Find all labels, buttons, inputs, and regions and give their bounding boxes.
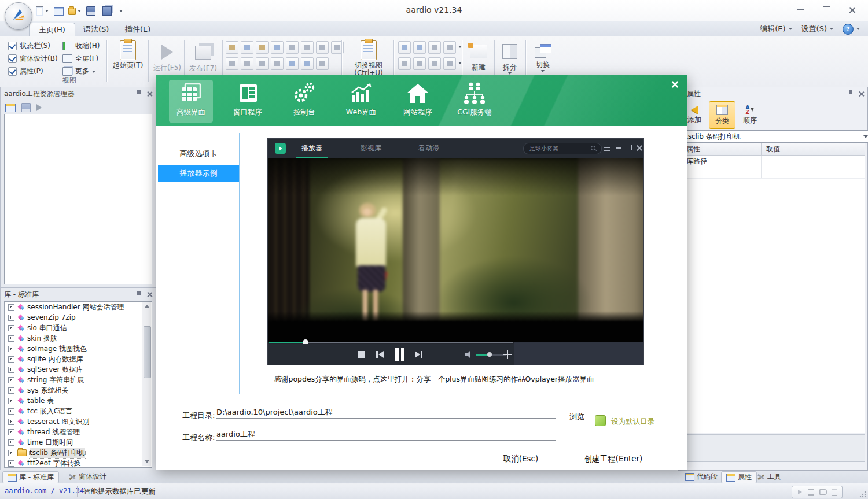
properties-checkbox-row[interactable]: 属性(P) xyxy=(8,66,43,76)
paste-icon[interactable] xyxy=(256,41,269,54)
category-website-app[interactable]: 网站程序 xyxy=(396,80,440,123)
close-button[interactable] xyxy=(839,2,865,17)
list-item[interactable]: sqlite 内存数据库 xyxy=(5,354,152,364)
player-tab-anime[interactable]: 看动漫 xyxy=(413,139,445,158)
dock-tab-tools[interactable]: 工具 xyxy=(752,471,786,482)
pin-icon[interactable] xyxy=(428,57,441,70)
close-icon[interactable] xyxy=(858,91,864,97)
pin-icon[interactable] xyxy=(136,90,142,97)
align-left-icon[interactable] xyxy=(316,41,329,54)
default-dir-checkbox[interactable] xyxy=(595,415,606,426)
docs-icon[interactable] xyxy=(818,487,828,497)
app-logo-icon[interactable] xyxy=(5,2,32,30)
category-web-ui[interactable]: Web界面 xyxy=(339,80,383,123)
expand-icon[interactable] xyxy=(8,377,14,383)
list-item[interactable]: skin 换肤 xyxy=(5,333,152,343)
column-header-property[interactable]: 属性 xyxy=(682,143,762,155)
list-item[interactable]: string 字符串扩展 xyxy=(5,375,152,385)
player-minimize-button[interactable] xyxy=(616,145,624,152)
close-icon[interactable] xyxy=(146,291,152,297)
list-item-selected[interactable]: tsclib 条码打印机 xyxy=(5,448,152,458)
scrollbar[interactable] xyxy=(142,302,151,466)
new-window-icon[interactable] xyxy=(413,41,426,54)
stop-button[interactable] xyxy=(358,351,365,358)
sort-order-button[interactable]: AZ 顺序 xyxy=(737,101,763,129)
expand-icon[interactable] xyxy=(8,315,14,321)
expand-icon[interactable] xyxy=(8,439,14,446)
category-window-app[interactable]: 窗口程序 xyxy=(226,80,270,123)
form-design-checkbox-row[interactable]: 窗体设计(B) xyxy=(8,54,58,64)
fullscreen-icon[interactable] xyxy=(503,350,512,359)
search-icon[interactable] xyxy=(591,146,597,151)
pause-button[interactable] xyxy=(394,348,406,361)
previous-button[interactable] xyxy=(376,350,385,359)
paste-special-icon[interactable] xyxy=(271,41,284,54)
categorize-button[interactable]: 分类 xyxy=(709,101,735,129)
list-item[interactable]: soImage 找图找色 xyxy=(5,343,152,354)
expand-icon[interactable] xyxy=(8,346,14,352)
new-window-button[interactable]: 新建 xyxy=(465,40,492,71)
run-icon[interactable] xyxy=(36,104,42,111)
list-item[interactable]: sys 系统相关 xyxy=(5,385,152,395)
expand-icon[interactable] xyxy=(8,408,14,415)
aardio-link[interactable]: aardio.com / v21.34 xyxy=(5,487,84,495)
undo-icon[interactable] xyxy=(286,57,299,70)
goto-icon[interactable] xyxy=(795,487,805,497)
pin-icon[interactable] xyxy=(136,291,142,298)
cancel-comment-icon[interactable] xyxy=(271,57,284,70)
close-icon[interactable] xyxy=(670,80,679,89)
expand-icon[interactable] xyxy=(8,335,14,342)
expand-icon[interactable] xyxy=(8,450,14,456)
list-item[interactable]: sio 串口通信 xyxy=(5,323,152,333)
collapse-button[interactable]: 收缩(H) xyxy=(62,41,100,51)
maximize-button[interactable] xyxy=(814,2,839,17)
switch-view-button[interactable]: 切换视图(Ctrl+U) xyxy=(346,38,391,77)
cancel-button[interactable]: 取消(Esc) xyxy=(486,454,556,464)
tab-plugins[interactable]: 插件(E) xyxy=(116,23,160,36)
fullscreen-button[interactable]: 全屏(F) xyxy=(62,54,98,64)
player-search-input[interactable] xyxy=(528,145,577,153)
tab-home[interactable]: 主页(H) xyxy=(29,23,75,37)
nav-advanced-tab[interactable]: 高级选项卡 xyxy=(158,146,239,162)
tab-syntax[interactable]: 语法(S) xyxy=(74,23,118,36)
list-item[interactable]: thread 线程管理 xyxy=(5,427,152,437)
nav-player-example[interactable]: 播放器示例 xyxy=(158,165,239,182)
comment-icon[interactable] xyxy=(241,57,253,70)
find-icon[interactable] xyxy=(316,57,329,70)
expand-icon[interactable] xyxy=(8,367,14,373)
run-window-icon[interactable] xyxy=(398,41,411,54)
checkbox-checked-icon[interactable] xyxy=(8,67,17,76)
video-frame[interactable] xyxy=(268,158,643,342)
volume-handle[interactable] xyxy=(487,352,492,357)
start-page-button[interactable]: 起始页(T) xyxy=(109,38,147,69)
dock-tab-form-design[interactable]: 窗体设计 xyxy=(64,471,111,482)
property-row[interactable]: 库路径 xyxy=(682,156,865,167)
project-name-input[interactable] xyxy=(216,430,556,441)
scrollbar-thumb[interactable] xyxy=(144,326,151,378)
category-advanced-ui[interactable]: 高级界面 xyxy=(169,80,213,123)
statusbar-checkbox-row[interactable]: 状态栏(S) xyxy=(8,41,50,51)
list-item[interactable]: ttf2eot 字体转换 xyxy=(5,458,152,468)
expand-icon[interactable] xyxy=(8,460,14,467)
expand-icon[interactable] xyxy=(8,429,14,435)
list-item[interactable]: time 日期时间 xyxy=(5,437,152,448)
pin-add-icon[interactable] xyxy=(443,57,456,70)
list-item[interactable]: sessionHandler 网站会话管理 xyxy=(5,302,152,312)
dialog-frame-icon[interactable] xyxy=(398,57,411,70)
player-close-button[interactable] xyxy=(636,145,644,152)
log-icon[interactable] xyxy=(829,487,840,497)
dock-tab-properties[interactable]: 属性 xyxy=(721,471,757,483)
list-item[interactable]: sevenZip 7zip xyxy=(5,312,152,323)
player-tab-library[interactable]: 影视库 xyxy=(355,139,387,158)
list-item[interactable]: tesseract 图文识别 xyxy=(5,416,152,427)
close-icon[interactable] xyxy=(146,91,152,97)
dialog-icon[interactable] xyxy=(428,41,441,54)
object-dropdown[interactable]: tsclib 条码打印机 xyxy=(681,130,868,143)
volume-icon[interactable] xyxy=(465,350,473,358)
scroll-down-icon[interactable] xyxy=(144,459,150,465)
uncomment-icon[interactable] xyxy=(256,57,269,70)
expand-icon[interactable] xyxy=(8,325,14,331)
list-item[interactable]: sqlServer 数据库 xyxy=(5,364,152,375)
import-icon[interactable] xyxy=(5,104,16,112)
list-item[interactable]: table 表 xyxy=(5,395,152,406)
